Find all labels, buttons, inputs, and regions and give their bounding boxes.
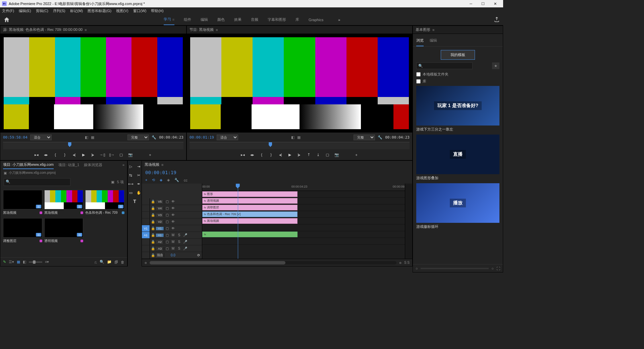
menu-markers[interactable]: 标记(M) (70, 8, 83, 13)
add-btn-icon[interactable]: ＋ (354, 152, 359, 157)
add-btn-icon[interactable]: ＋ (148, 152, 152, 157)
lift-icon[interactable]: ⤒ (306, 152, 311, 157)
cc-icon[interactable]: cc (184, 178, 187, 182)
mute-icon[interactable]: M (170, 240, 176, 244)
menu-file[interactable]: 文件(F) (2, 8, 14, 13)
linked-selection-icon[interactable]: ⟲ (152, 178, 155, 182)
eye-icon[interactable]: 👁 (170, 206, 176, 210)
filter-bin-icon[interactable]: ▣ (111, 180, 114, 184)
track-lane[interactable]: fx透明视频 (202, 198, 405, 204)
wrench-icon[interactable]: 🔧 (152, 135, 156, 140)
eg-check-library[interactable]: 库 (416, 79, 499, 84)
mark-out-icon[interactable]: ◂▸ (250, 152, 255, 157)
lock-icon[interactable]: 🔒 (150, 213, 156, 217)
clip[interactable]: fx (202, 232, 298, 237)
sync-lock-icon[interactable]: ▢ (164, 233, 170, 237)
zoom-slider[interactable] (29, 261, 42, 263)
timeline-vscroll[interactable] (405, 184, 412, 259)
track-header[interactable]: 🔒A2▢MS🎤 (142, 239, 202, 245)
mix-track-header[interactable]: 🔒混合0.0⟳ (142, 252, 202, 259)
program-playhead[interactable] (269, 142, 272, 147)
program-fit-select[interactable]: 适合 (217, 135, 238, 140)
panel-menu-icon[interactable]: ≡ (161, 163, 163, 167)
auto-sequence-icon[interactable]: ⎌ (95, 260, 97, 264)
maximize-button[interactable]: ☐ (477, 0, 489, 7)
project-more-icon[interactable]: » (122, 163, 124, 167)
panel-menu-icon[interactable]: ≡ (216, 28, 218, 32)
solo-icon[interactable]: S (176, 247, 182, 250)
close-button[interactable]: ✕ (489, 0, 501, 7)
eg-tab-browse[interactable]: 浏览 (416, 37, 424, 46)
menu-view[interactable]: 视图(V) (116, 8, 128, 13)
track-header[interactable]: V1🔒V1▢👁 (142, 225, 202, 232)
lock-icon[interactable]: 🔒 (150, 247, 156, 250)
menu-help[interactable]: 帮助(H) (151, 8, 163, 13)
source-display[interactable] (0, 34, 186, 133)
eg-expand-icon[interactable]: ⛶ (496, 266, 500, 270)
source-scrubber[interactable] (3, 142, 183, 149)
new-bin-icon[interactable]: 📁 (107, 260, 112, 264)
clip[interactable]: fx透明视频 (202, 198, 298, 204)
voice-icon[interactable]: 🎤 (182, 233, 188, 237)
timeline-sequence-name[interactable]: 黑场视频 (145, 162, 159, 167)
voice-icon[interactable]: 🎤 (182, 247, 188, 250)
eg-tab-edit[interactable]: 编辑 (430, 37, 437, 46)
sync-lock-icon[interactable]: ▢ (164, 220, 170, 223)
trash-icon[interactable]: 🗑 (121, 260, 124, 264)
overwrite-icon[interactable]: ▯→ (109, 152, 114, 157)
project-tab-2[interactable]: 项目: 动漫_1 (58, 161, 79, 169)
project-item[interactable]: ▯▯黑场视频 (3, 190, 42, 216)
project-tab-main[interactable]: 项目: 小刀娱乐网www.x6g.com (3, 161, 54, 169)
track-header[interactable]: 🔒V4▢👁 (142, 205, 202, 212)
track-header[interactable]: 🔒V3▢👁 (142, 212, 202, 218)
track-lane[interactable]: fx调整图层 (202, 204, 405, 211)
sync-lock-icon[interactable]: ▢ (164, 227, 170, 230)
workspace-tab-editing[interactable]: 编辑 (201, 14, 208, 25)
sort-icon[interactable]: ≡▾ (45, 260, 49, 264)
write-pen-icon[interactable]: ✎ (3, 260, 6, 264)
mark-out-icon[interactable]: ◂▸ (44, 152, 48, 157)
menu-sequence[interactable]: 序列(S) (53, 8, 65, 13)
program-timecode[interactable]: 00:00:01:19 (190, 135, 214, 140)
panel-menu-icon[interactable]: ≡ (432, 28, 434, 32)
source-fit-select[interactable]: 适合 (30, 135, 52, 140)
lock-icon[interactable]: 🔒 (150, 240, 156, 244)
program-display[interactable] (187, 34, 412, 133)
project-item[interactable]: ▯▯调整图层 (3, 218, 42, 244)
solo-icon[interactable]: S (176, 233, 182, 237)
workspace-tab-color[interactable]: 颜色 (217, 14, 225, 25)
lock-icon[interactable]: 🔒 (150, 227, 156, 230)
timeline-tracks[interactable]: 00:00 00:00:04:23 00:00:09:23 fx图形fx透明视频… (202, 184, 405, 259)
insert-icon[interactable]: →▯ (100, 152, 105, 157)
source-playhead[interactable] (68, 142, 71, 147)
track-lane[interactable]: fx黑场视频 (202, 218, 405, 225)
menu-clip[interactable]: 剪辑(C) (36, 8, 48, 13)
workspace-tab-libraries[interactable]: 库 (296, 14, 299, 25)
mark-in-icon[interactable]: ▸◂ (240, 152, 245, 157)
eye-icon[interactable]: 👁 (170, 213, 176, 217)
clip[interactable]: fx调整图层 (202, 205, 298, 210)
sync-lock-icon[interactable]: ▢ (164, 206, 170, 210)
track-lane[interactable]: fx图形 (202, 191, 405, 198)
timeline-ruler[interactable]: 00:00 00:00:04:23 00:00:09:23 (202, 184, 405, 191)
workspace-tab-audio[interactable]: 音频 (251, 14, 258, 25)
project-item[interactable]: ▯▯色条和色调 - Rec 709 (85, 190, 124, 216)
sync-lock-icon[interactable]: ▢ (164, 240, 170, 244)
workspace-tab-effects[interactable]: 效果 (234, 14, 241, 25)
pen-tool-icon[interactable]: ✒ (136, 181, 142, 187)
minimize-button[interactable]: ─ (465, 0, 477, 7)
track-lane[interactable]: fx (202, 231, 405, 238)
export-frame-icon[interactable]: ▢ (119, 152, 123, 157)
step-back-icon[interactable]: ◂| (278, 152, 283, 157)
mark-in-icon[interactable]: ▸◂ (34, 152, 39, 157)
go-in-icon[interactable]: { (53, 152, 58, 157)
settings-icon[interactable]: ◈ (167, 178, 170, 182)
track-header[interactable]: A1🔒A1▢MS🎤 (142, 232, 202, 239)
source-timecode-in[interactable]: 00:59:58:04 (3, 135, 28, 140)
menu-graphics[interactable]: 图形和标题(G) (88, 8, 111, 13)
sync-lock-icon[interactable]: ▢ (164, 200, 170, 203)
sync-lock-icon[interactable]: ▢ (164, 247, 170, 250)
clip[interactable]: fx色条和色调 - Rec 709 [V] (202, 211, 298, 217)
freeform-view-icon[interactable]: ◧ (23, 260, 26, 264)
find-icon[interactable]: 🔍 (100, 260, 104, 264)
